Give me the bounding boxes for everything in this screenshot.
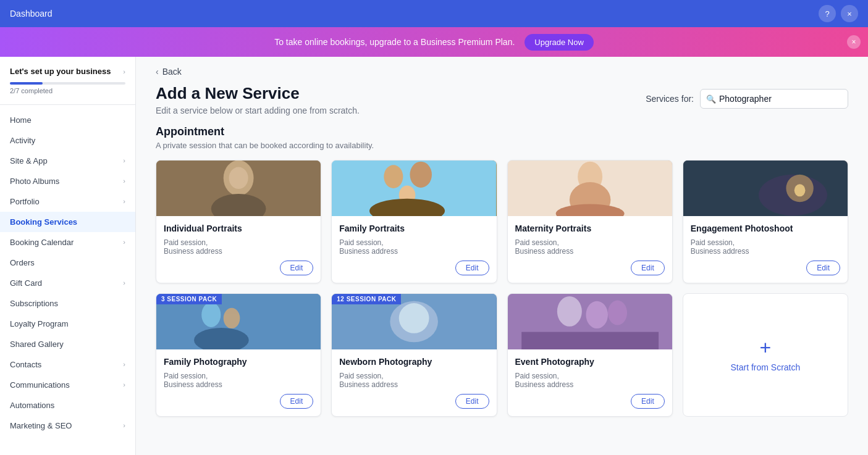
- svg-point-26: [586, 301, 608, 328]
- sidebar-item-automations[interactable]: Automations: [0, 395, 135, 415]
- svg-point-6: [410, 162, 432, 188]
- sidebar-label-automations: Automations: [10, 401, 54, 410]
- svg-point-25: [557, 296, 581, 327]
- svg-point-19: [224, 308, 240, 328]
- card-individual-portraits[interactable]: Individual Portraits Paid session, Busin…: [156, 160, 321, 283]
- card-event-photography[interactable]: Event Photography Paid session, Business…: [507, 293, 673, 417]
- edit-button-maternity[interactable]: Edit: [631, 261, 665, 275]
- main-layout: Let's set up your business › 2/7 complet…: [0, 57, 868, 455]
- card-newborn-photography[interactable]: 12 SESSION PACK Newborn Photography Paid…: [331, 293, 497, 417]
- card-body: Newborn Photography Paid session, Busine…: [332, 349, 496, 416]
- sidebar-item-home[interactable]: Home: [0, 110, 135, 130]
- services-for-block: Services for: 🔍: [646, 89, 848, 109]
- upgrade-now-button[interactable]: Upgrade Now: [525, 34, 594, 51]
- edit-button-individual[interactable]: Edit: [280, 261, 314, 275]
- sidebar-label-loyalty-program: Loyalty Program: [10, 319, 69, 328]
- sidebar-nav: Home Activity Site & App › Photo Albums …: [0, 105, 135, 455]
- sidebar-item-photo-albums[interactable]: Photo Albums ›: [0, 171, 135, 191]
- card-family-portraits[interactable]: Family Portraits Paid session, Business …: [331, 160, 497, 283]
- card-footer: Edit: [164, 261, 313, 275]
- card-name: Maternity Portraits: [515, 223, 665, 233]
- setup-chevron-icon: ›: [123, 68, 125, 75]
- search-icon: 🔍: [706, 94, 716, 104]
- sidebar-item-portfolio[interactable]: Portfolio ›: [0, 191, 135, 212]
- start-from-scratch-card[interactable]: + Start from Scratch: [683, 293, 848, 417]
- page-title: Add a New Service: [156, 84, 360, 103]
- svg-rect-28: [521, 332, 659, 349]
- card-footer: Edit: [164, 394, 313, 409]
- banner-close-button[interactable]: ×: [847, 35, 861, 49]
- card-body: Family Photography Paid session, Busines…: [156, 349, 321, 416]
- chevron-right-icon: ›: [123, 198, 125, 205]
- services-for-input[interactable]: [700, 89, 848, 109]
- setup-header[interactable]: Let's set up your business ›: [10, 67, 125, 77]
- back-label: Back: [162, 67, 182, 77]
- sidebar-item-communications[interactable]: Communications ›: [0, 375, 135, 395]
- sidebar-item-contacts[interactable]: Contacts ›: [0, 354, 135, 375]
- progress-bar-bg: [10, 82, 125, 85]
- sidebar-label-photo-albums: Photo Albums: [10, 177, 59, 186]
- card-meta: Paid session, Business address: [164, 372, 313, 389]
- scratch-label: Start from Scratch: [730, 362, 800, 372]
- plus-icon: +: [760, 338, 772, 357]
- page-header: Add a New Service Edit a service below o…: [136, 77, 868, 125]
- chevron-right-icon: ›: [123, 361, 125, 368]
- sidebar-label-contacts: Contacts: [10, 360, 41, 369]
- card-body: Individual Portraits Paid session, Busin…: [156, 216, 321, 283]
- chevron-right-icon: ›: [123, 381, 125, 388]
- sidebar-label-booking-calendar: Booking Calendar: [10, 238, 74, 247]
- chevron-right-icon: ›: [123, 279, 125, 286]
- sidebar-item-gift-card[interactable]: Gift Card ›: [0, 273, 135, 293]
- session-badge: 3 SESSION PACK: [156, 294, 222, 304]
- svg-point-16: [794, 184, 805, 196]
- sidebar-label-gift-card: Gift Card: [10, 278, 42, 288]
- close-button[interactable]: ×: [841, 5, 858, 22]
- sidebar-item-orders[interactable]: Orders: [0, 253, 135, 273]
- sidebar-label-booking-services: Booking Services: [10, 217, 77, 227]
- card-engagement-photoshoot[interactable]: Engagement Photoshoot Paid session, Busi…: [683, 160, 848, 283]
- banner-text: To take online bookings, upgrade to a Bu…: [274, 37, 515, 47]
- help-button[interactable]: ?: [819, 5, 836, 22]
- upgrade-banner: To take online bookings, upgrade to a Bu…: [0, 27, 868, 57]
- svg-point-5: [384, 165, 403, 188]
- edit-button-engagement[interactable]: Edit: [806, 261, 840, 275]
- section-subtitle: A private session that can be booked acc…: [156, 141, 848, 150]
- edit-button-family[interactable]: Edit: [455, 261, 489, 275]
- session-badge: 12 SESSION PACK: [332, 294, 401, 304]
- appointment-section: Appointment A private session that can b…: [136, 125, 868, 432]
- edit-button-family-photo[interactable]: Edit: [280, 394, 314, 409]
- progress-text: 2/7 completed: [10, 87, 125, 94]
- card-image-maternity: [508, 161, 672, 216]
- sidebar-item-marketing-seo[interactable]: Marketing & SEO ›: [0, 415, 135, 436]
- page-title-block: Add a New Service Edit a service below o…: [156, 84, 360, 115]
- card-image-event: [508, 294, 672, 349]
- card-meta: Paid session, Business address: [515, 372, 665, 389]
- edit-button-newborn[interactable]: Edit: [455, 394, 489, 409]
- content-area: ‹ Back Add a New Service Edit a service …: [136, 57, 868, 455]
- card-meta: Paid session, Business address: [515, 238, 665, 256]
- card-body: Engagement Photoshoot Paid session, Busi…: [683, 216, 848, 283]
- card-body: Maternity Portraits Paid session, Busine…: [508, 216, 672, 283]
- card-image-engagement: [683, 161, 848, 216]
- section-title: Appointment: [156, 125, 848, 138]
- edit-button-event[interactable]: Edit: [631, 394, 665, 409]
- sidebar-item-loyalty-program[interactable]: Loyalty Program: [0, 314, 135, 334]
- card-maternity-portraits[interactable]: Maternity Portraits Paid session, Busine…: [507, 160, 673, 283]
- card-body: Event Photography Paid session, Business…: [508, 349, 672, 416]
- sidebar-item-activity[interactable]: Activity: [0, 130, 135, 151]
- top-bar-actions: ? ×: [819, 5, 858, 22]
- back-navigation[interactable]: ‹ Back: [136, 57, 868, 77]
- card-name: Newborn Photography: [339, 357, 489, 367]
- sidebar-item-shared-gallery[interactable]: Shared Gallery: [0, 334, 135, 354]
- sidebar-item-booking-calendar[interactable]: Booking Calendar ›: [0, 232, 135, 253]
- back-arrow-icon: ‹: [156, 67, 159, 77]
- sidebar-item-booking-services[interactable]: Booking Services: [0, 212, 135, 232]
- sidebar-item-subscriptions[interactable]: Subscriptions: [0, 293, 135, 314]
- card-name: Event Photography: [515, 357, 665, 367]
- card-name: Individual Portraits: [164, 223, 313, 233]
- setup-section[interactable]: Let's set up your business › 2/7 complet…: [0, 57, 135, 105]
- services-for-label: Services for:: [646, 94, 694, 104]
- card-family-photography[interactable]: 3 SESSION PACK Family Photography Paid s…: [156, 293, 321, 417]
- sidebar-item-site-app[interactable]: Site & App ›: [0, 151, 135, 171]
- sidebar-label-marketing-seo: Marketing & SEO: [10, 421, 72, 430]
